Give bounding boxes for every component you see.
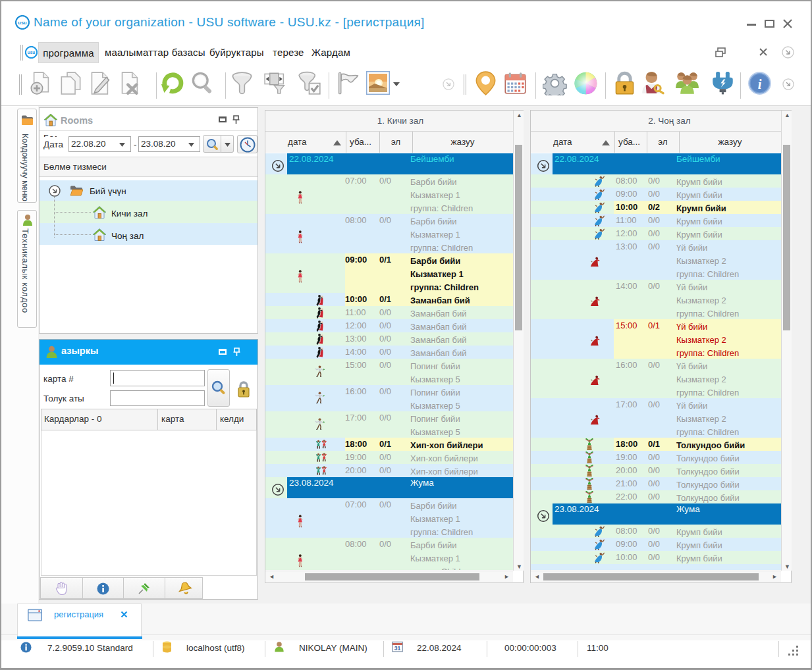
svg-text:usu: usu (18, 20, 27, 26)
svg-text:i: i (758, 77, 762, 91)
svg-text:31: 31 (394, 645, 401, 652)
svg-text:usu: usu (28, 50, 36, 55)
